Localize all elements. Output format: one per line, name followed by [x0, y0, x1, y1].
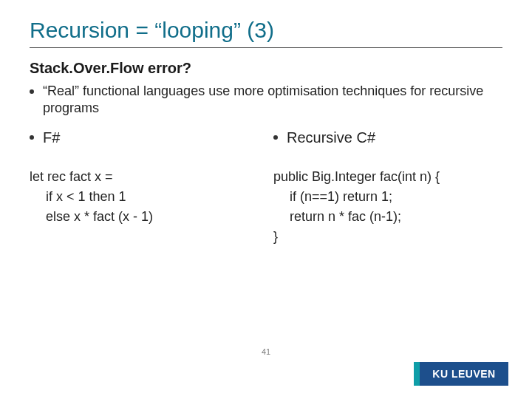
title-divider — [30, 47, 502, 48]
brand-logo: KU LEUVEN — [420, 362, 508, 386]
bullet-icon — [30, 135, 34, 140]
slide: Recursion = “looping” (3) Stack.Over.Flo… — [0, 0, 532, 399]
slide-title: Recursion = “looping” (3) — [30, 18, 502, 43]
code-line: let rec fact x = — [30, 167, 266, 187]
bullet-icon — [273, 135, 278, 140]
bullet-item: Recursive C# — [273, 129, 502, 146]
code-line: } — [273, 227, 502, 247]
code-line: public Big.Integer fac(int n) { — [273, 167, 502, 187]
bullet-text: “Real” functional languages use more opt… — [43, 83, 502, 117]
code-block-fsharp: let rec fact x = if x < 1 then 1 else x … — [30, 167, 266, 227]
bullet-icon — [30, 89, 34, 94]
code-block-csharp: public Big.Integer fac(int n) { if (n==1… — [273, 167, 502, 247]
right-column: Recursive C# public Big.Integer fac(int … — [273, 129, 502, 247]
brand-label: KU LEUVEN — [432, 368, 495, 380]
code-line: else x * fact (x - 1) — [30, 207, 266, 227]
language-label-csharp: Recursive C# — [287, 129, 375, 146]
page-number: 41 — [0, 347, 532, 356]
code-line: if x < 1 then 1 — [30, 187, 266, 207]
language-label-fsharp: F# — [43, 129, 60, 146]
bullet-item: “Real” functional languages use more opt… — [30, 83, 502, 117]
two-column-layout: F# let rec fact x = if x < 1 then 1 else… — [30, 129, 502, 247]
brand-accent — [414, 362, 420, 386]
code-line: return n * fac (n-1); — [273, 207, 502, 227]
code-line: if (n==1) return 1; — [273, 187, 502, 207]
slide-subheading: Stack.Over.Flow error? — [30, 60, 502, 77]
bullet-item: F# — [30, 129, 266, 146]
left-column: F# let rec fact x = if x < 1 then 1 else… — [30, 129, 266, 247]
